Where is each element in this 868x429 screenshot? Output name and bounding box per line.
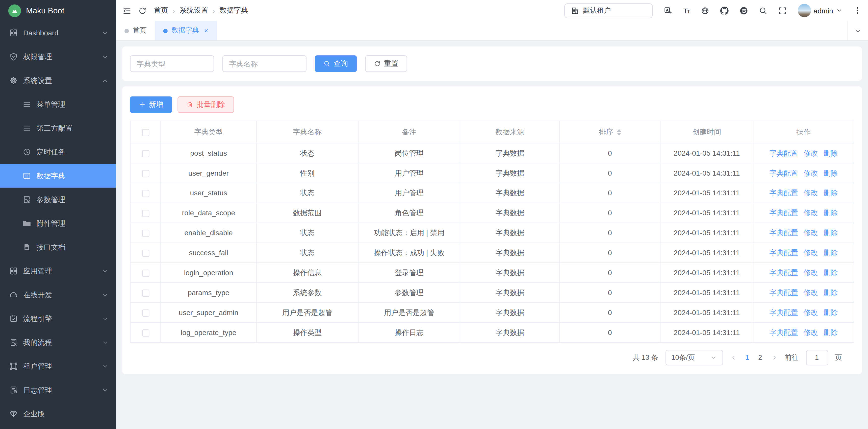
sidebar-item-tenant-management[interactable]: 租户管理 bbox=[0, 354, 116, 378]
dict-config-link[interactable]: 字典配置 bbox=[769, 288, 798, 296]
page-size-select[interactable]: 10条/页 bbox=[665, 350, 723, 365]
delete-link[interactable]: 删除 bbox=[824, 248, 838, 257]
edit-link[interactable]: 修改 bbox=[804, 248, 818, 257]
next-page-icon[interactable] bbox=[771, 354, 777, 361]
delete-link[interactable]: 删除 bbox=[824, 169, 838, 177]
sidebar-item-my-workflow[interactable]: 我的流程 bbox=[0, 331, 116, 354]
edit-link[interactable]: 修改 bbox=[804, 169, 818, 177]
row-checkbox[interactable] bbox=[142, 190, 149, 197]
goto-page-input[interactable] bbox=[806, 350, 828, 365]
translate-icon[interactable] bbox=[664, 6, 672, 15]
close-icon[interactable]: × bbox=[204, 27, 209, 35]
dict-config-link[interactable]: 字典配置 bbox=[769, 268, 798, 277]
fold-sidebar-icon[interactable] bbox=[123, 6, 131, 15]
col-sort[interactable]: 排序 bbox=[559, 121, 660, 143]
more-icon[interactable] bbox=[854, 6, 862, 15]
sidebar-item-permissions[interactable]: 权限管理 bbox=[0, 45, 116, 68]
delete-link[interactable]: 删除 bbox=[824, 268, 838, 277]
row-checkbox[interactable] bbox=[142, 310, 149, 317]
batch-delete-button[interactable]: 批量删除 bbox=[178, 96, 234, 113]
sidebar-item-scheduled-tasks[interactable]: 定时任务 bbox=[0, 140, 116, 164]
dict-config-link[interactable]: 字典配置 bbox=[769, 228, 798, 237]
row-checkbox[interactable] bbox=[142, 250, 149, 257]
logo-icon bbox=[8, 4, 21, 17]
delete-link[interactable]: 删除 bbox=[824, 228, 838, 237]
row-checkbox[interactable] bbox=[142, 289, 149, 296]
query-button[interactable]: 查询 bbox=[315, 55, 357, 72]
tenant-select[interactable]: 默认租户 bbox=[564, 3, 653, 18]
list-icon bbox=[23, 100, 31, 109]
breadcrumb-system-settings[interactable]: 系统设置 bbox=[180, 5, 208, 16]
tab-dot-icon bbox=[163, 29, 168, 33]
page-1[interactable]: 1 bbox=[746, 354, 749, 362]
sidebar-item-system-settings[interactable]: 系统设置 bbox=[0, 69, 116, 92]
main-area: 首页 › 系统设置 › 数据字典 默认租户 TT bbox=[116, 0, 868, 429]
edit-link[interactable]: 修改 bbox=[804, 288, 818, 296]
tab-list-dropdown[interactable] bbox=[847, 21, 868, 40]
github-icon[interactable] bbox=[720, 6, 728, 15]
delete-link[interactable]: 删除 bbox=[824, 308, 838, 316]
sidebar-item-api-docs[interactable]: 接口文档 bbox=[0, 235, 116, 259]
row-checkbox[interactable] bbox=[142, 150, 149, 157]
edit-link[interactable]: 修改 bbox=[804, 189, 818, 197]
add-button[interactable]: 新增 bbox=[130, 96, 172, 113]
dict-config-link[interactable]: 字典配置 bbox=[769, 169, 798, 177]
tab-home[interactable]: 首页 bbox=[116, 21, 155, 40]
sidebar-item-workflow-engine[interactable]: 流程引擎 bbox=[0, 307, 116, 331]
row-checkbox[interactable] bbox=[142, 269, 149, 277]
row-checkbox[interactable] bbox=[142, 170, 149, 177]
edit-link[interactable]: 修改 bbox=[804, 208, 818, 217]
dict-config-link[interactable]: 字典配置 bbox=[769, 308, 798, 316]
sidebar-item-app-management[interactable]: 应用管理 bbox=[0, 259, 116, 283]
logo[interactable]: Maku Boot bbox=[0, 0, 116, 21]
dict-config-link[interactable]: 字典配置 bbox=[769, 208, 798, 217]
reset-button[interactable]: 重置 bbox=[365, 55, 407, 72]
delete-link[interactable]: 删除 bbox=[824, 328, 838, 336]
sidebar-item-params-management[interactable]: 参数管理 bbox=[0, 188, 116, 211]
delete-link[interactable]: 删除 bbox=[824, 288, 838, 296]
breadcrumb: 首页 › 系统设置 › 数据字典 bbox=[154, 5, 248, 16]
sort-carets-icon[interactable] bbox=[617, 129, 621, 136]
chevron-down-icon bbox=[102, 339, 108, 346]
sidebar-item-menu-management[interactable]: 菜单管理 bbox=[0, 92, 116, 116]
sidebar-item-online-dev[interactable]: 在线开发 bbox=[0, 283, 116, 307]
dict-name-input[interactable] bbox=[222, 55, 307, 72]
sidebar-item-dashboard[interactable]: Dashboard bbox=[0, 21, 116, 45]
dict-type-input[interactable] bbox=[130, 55, 214, 72]
edit-link[interactable]: 修改 bbox=[804, 228, 818, 237]
globe-icon[interactable] bbox=[701, 6, 709, 15]
sidebar-item-third-party-config[interactable]: 第三方配置 bbox=[0, 116, 116, 140]
gitee-icon[interactable] bbox=[740, 6, 748, 15]
gear-icon bbox=[9, 76, 18, 85]
delete-link[interactable]: 删除 bbox=[824, 189, 838, 197]
page-2[interactable]: 2 bbox=[758, 354, 762, 362]
breadcrumb-home[interactable]: 首页 bbox=[154, 5, 168, 16]
prev-page-icon[interactable] bbox=[730, 354, 737, 361]
dict-config-link[interactable]: 字典配置 bbox=[769, 248, 798, 257]
font-size-icon[interactable]: TT bbox=[683, 6, 689, 15]
tab-data-dictionary[interactable]: 数据字典 × bbox=[155, 21, 217, 40]
sidebar-item-log-management[interactable]: 日志管理 bbox=[0, 378, 116, 402]
user-menu[interactable]: admin bbox=[798, 4, 842, 17]
select-all-checkbox[interactable] bbox=[142, 129, 149, 136]
row-checkbox[interactable] bbox=[142, 230, 149, 237]
dict-config-link[interactable]: 字典配置 bbox=[769, 148, 798, 157]
search-icon[interactable] bbox=[759, 6, 767, 15]
dict-config-link[interactable]: 字典配置 bbox=[769, 189, 798, 197]
row-checkbox[interactable] bbox=[142, 330, 149, 337]
app-root: Maku Boot Dashboard 权限管理 系统设置 菜单管理 bbox=[0, 0, 868, 429]
sidebar-item-attachment-management[interactable]: 附件管理 bbox=[0, 211, 116, 235]
sidebar-item-data-dictionary[interactable]: 数据字典 bbox=[0, 164, 116, 188]
edit-link[interactable]: 修改 bbox=[804, 268, 818, 277]
edit-link[interactable]: 修改 bbox=[804, 148, 818, 157]
refresh-icon[interactable] bbox=[138, 6, 147, 15]
edit-link[interactable]: 修改 bbox=[804, 308, 818, 316]
row-checkbox[interactable] bbox=[142, 210, 149, 217]
edit-link[interactable]: 修改 bbox=[804, 328, 818, 336]
sidebar-item-enterprise[interactable]: 企业版 bbox=[0, 402, 116, 426]
pagination: 共 13 条 10条/页 1 2 前往 页 bbox=[130, 350, 854, 365]
dict-config-link[interactable]: 字典配置 bbox=[769, 328, 798, 336]
delete-link[interactable]: 删除 bbox=[824, 208, 838, 217]
fullscreen-icon[interactable] bbox=[778, 6, 786, 15]
delete-link[interactable]: 删除 bbox=[824, 148, 838, 157]
